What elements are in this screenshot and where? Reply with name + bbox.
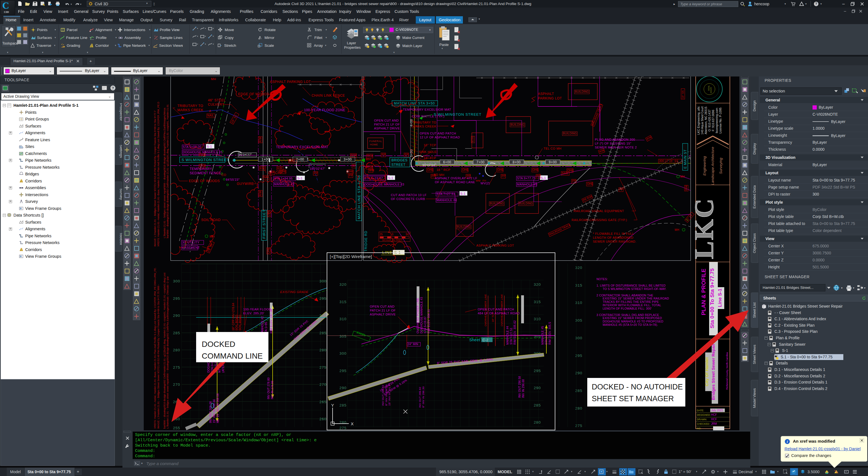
- svg-text:Sheet: Sheet: [469, 338, 480, 342]
- svg-text:Y: Y: [331, 403, 334, 408]
- svg-text:PP: PP: [619, 188, 623, 191]
- svg-text:295: 295: [339, 369, 347, 373]
- svg-text:SOIL ROAD: SOIL ROAD: [201, 218, 220, 222]
- svg-text:9+00: 9+00: [549, 160, 557, 164]
- svg-text:7+00: 7+00: [476, 160, 485, 164]
- svg-text:XREFS: Hamlet-21.01--Aerial, H: XREFS: Hamlet-21.01--Aerial, Hamlet-21.0…: [157, 102, 160, 247]
- svg-text:EIR: EIR: [260, 167, 265, 170]
- svg-text:18" TCP: 18" TCP: [424, 156, 436, 160]
- svg-text:OHE: OHE: [267, 247, 270, 254]
- svg-text:July 2021: July 2021: [711, 409, 723, 412]
- svg-text:INV OUT 296.58: INV OUT 296.58: [518, 376, 521, 398]
- svg-text:bar\800 -- drawings\810 design: bar\800 -- drawings\810 design drawings\…: [163, 273, 166, 429]
- svg-text:EXISTING GRADE: EXISTING GRADE: [280, 290, 308, 294]
- svg-text:BUILDING: BUILDING: [563, 132, 577, 135]
- svg-text:95'04'37": 95'04'37": [239, 153, 252, 156]
- svg-text:Survey: Survey: [119, 189, 122, 200]
- svg-text:MANHOLE #5 (STA 5+20 TO S: MANHOLE #5 (STA 5+20 TO STA 9+78).: [603, 323, 658, 326]
- svg-text:ASPHALT OVERLAY 472 LF: ASPHALT OVERLAY 472 LF: [435, 177, 477, 180]
- svg-text:SEAL: SEAL: [708, 85, 710, 91]
- svg-text:RIM ELEV. 287.06: RIM ELEV. 287.06: [270, 309, 273, 334]
- svg-text:[+][Top][2D Wireframe]: [+][Top][2D Wireframe]: [330, 254, 372, 259]
- svg-text:265: 265: [319, 400, 327, 404]
- svg-text:FUNERAL: FUNERAL: [369, 140, 382, 142]
- svg-text:NOTES:: NOTES:: [596, 277, 608, 281]
- svg-text:INV IN 278.96: INV IN 278.96: [271, 380, 274, 399]
- svg-text:Display: Display: [752, 143, 756, 155]
- svg-text:275: 275: [339, 426, 347, 430]
- svg-text:LKC Engineering, pllc: LKC Engineering, pllc: [697, 106, 700, 135]
- svg-text:WM: WM: [476, 179, 480, 182]
- svg-text:25: 25: [379, 233, 383, 236]
- svg-text:STA 5+19.87: STA 5+19.87: [424, 316, 427, 334]
- svg-text:SEWER UNDER RAILROAD.: SEWER UNDER RAILROAD.: [593, 240, 636, 243]
- svg-text:280: 280: [173, 348, 180, 352]
- svg-text:MATCH LINE STA 3+50: MATCH LINE STA 3+50: [394, 101, 435, 105]
- svg-text:A: A: [209, 109, 211, 113]
- svg-text:OPEN CUT AND: OPEN CUT AND: [374, 119, 399, 122]
- svg-text:Design: Design: [752, 101, 756, 112]
- svg-text:STA 1+94.95: STA 1+94.95: [274, 177, 292, 180]
- svg-text:3+00: 3+00: [343, 157, 352, 161]
- svg-text:18 " RCP: 18 " RCP: [436, 168, 450, 171]
- svg-text:LINE: LINE: [382, 250, 393, 255]
- svg-text:255: 255: [173, 426, 180, 430]
- svg-text:50: 50: [406, 233, 409, 236]
- svg-text:WM: WM: [369, 169, 374, 172]
- svg-text:Bridges Street Sewer Repair: Bridges Street Sewer Repair: [711, 344, 716, 400]
- svg-text:285: 285: [319, 331, 327, 335]
- svg-text:STA 9+77.7: STA 9+77.7: [545, 329, 548, 345]
- svg-text:Surveying: Surveying: [719, 157, 723, 174]
- svg-text:320: 320: [534, 282, 541, 287]
- svg-text:BUILDING: BUILDING: [457, 225, 471, 228]
- svg-text:DOGHOUSE MANHOLE #3 TO PRO: DOGHOUSE MANHOLE #3 TO PROPOSED: [603, 320, 663, 323]
- svg-text:INV OUT 268.08: INV OUT 268.08: [209, 401, 212, 423]
- svg-text:PP: PP: [405, 153, 408, 156]
- svg-text:DOCKED - NO AUTOHIDE: DOCKED - NO AUTOHIDE: [592, 383, 683, 391]
- svg-text:PP: PP: [314, 172, 318, 175]
- svg-text:NAIL: NAIL: [289, 159, 296, 162]
- svg-text:LENGTH OF FLOWABLE FILL:: LENGTH OF FLOWABLE FILL: 300': [603, 307, 652, 310]
- svg-text:315: 315: [339, 300, 347, 304]
- svg-text:FIRST STREET: FIRST STREET: [262, 210, 266, 239]
- svg-text:LF (*) OF EXISTING 15": LF (*) OF EXISTING 15": [595, 142, 631, 145]
- svg-text:8" INV IN 296.30: 8" INV IN 296.30: [422, 386, 425, 408]
- svg-text:ASPHALT: ASPHALT: [538, 92, 554, 96]
- svg-text:S-1: S-1: [297, 177, 303, 180]
- svg-text:MH: MH: [366, 157, 371, 161]
- svg-text:285: 285: [339, 403, 347, 407]
- svg-text:TRIDGE RD: TRIDGE RD: [364, 230, 368, 252]
- svg-text:MANHOLE #2: MANHOLE #2: [274, 182, 294, 186]
- svg-text:S WILMINGTON STREET: S WILMINGTON STREET: [182, 158, 229, 162]
- svg-text:PP: PP: [501, 174, 505, 178]
- svg-text:ASPHALT DRIVE: ASPHALT DRIVE: [374, 127, 400, 130]
- svg-text:Richmond County, North Carolin: Richmond County, North Carolina: [726, 352, 728, 390]
- svg-text:ASPHALT PARKING LOT: ASPHALT PARKING LOT: [476, 244, 514, 247]
- svg-text:484 LF OF ASPHALT ROAD: 484 LF OF ASPHALT ROAD: [478, 312, 520, 315]
- svg-text:ELEV. 285.20': ELEV. 285.20': [243, 312, 264, 315]
- svg-text:S-1: S-1: [388, 176, 393, 180]
- svg-text:DESIGNED:: DESIGNED:: [697, 414, 711, 416]
- svg-text:O: 910.420.1437: O: 910.420.1437: [708, 109, 711, 131]
- svg-text:i: i: [787, 440, 788, 444]
- svg-text:INV OUT 295.92: INV OUT 295.92: [418, 387, 422, 408]
- svg-text:BUILDING: BUILDING: [490, 202, 504, 205]
- svg-text:PP: PP: [382, 153, 385, 156]
- svg-text:MH: MH: [675, 228, 679, 231]
- svg-text:GUYWIRE: GUYWIRE: [237, 182, 254, 186]
- svg-text:BRIDGES: BRIDGES: [392, 158, 408, 162]
- svg-text:280: 280: [319, 348, 327, 352]
- svg-text:OF ASPHALT ROAD LANE: OF ASPHALT ROAD LANE: [435, 181, 475, 184]
- svg-text:?: ?: [815, 2, 817, 6]
- svg-text:MANHOLE #4: MANHOLE #4: [506, 326, 509, 345]
- svg-text:Settings: Settings: [119, 145, 122, 158]
- svg-text:PATCH 21 LF OF: PATCH 21 LF OF: [374, 123, 400, 126]
- svg-text:OHE: OHE: [587, 182, 593, 186]
- svg-text:6+00: 6+00: [443, 160, 451, 164]
- svg-text:LENGTH OF ABANDONED: LENGTH OF ABANDONED: [593, 236, 633, 239]
- svg-text:CUT AND PATCH 10 LF: CUT AND PATCH 10 LF: [391, 193, 427, 197]
- svg-text:2 CONTRACTOR SHALL ABANDO: 2 CONTRACTOR SHALL ABANDON THE: [596, 294, 653, 297]
- svg-text:LKC: LKC: [689, 197, 719, 259]
- svg-text:TRACKS BY FILLING THE ENTI: TRACKS BY FILLING THE ENTIRE PIPE: [603, 300, 659, 304]
- svg-text:COIR WATTLE (TYP.): COIR WATTLE (TYP.): [412, 115, 444, 118]
